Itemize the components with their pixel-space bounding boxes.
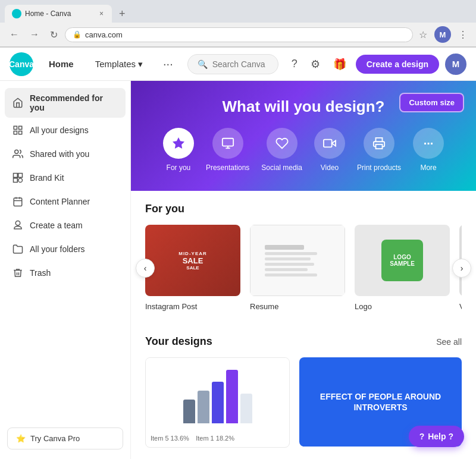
- resume-label: Resume: [250, 302, 278, 311]
- carousel-item-instagram[interactable]: MID-YEAR SALE SALE Instagram Post: [145, 225, 240, 312]
- for-you-title: For you: [145, 203, 462, 215]
- calendar-icon: [12, 196, 24, 208]
- sidebar-item-brand-kit[interactable]: Brand Kit: [5, 166, 126, 189]
- browser-user-avatar[interactable]: M: [434, 26, 451, 43]
- instagram-label: Instagram Post: [145, 302, 197, 311]
- svg-point-4: [15, 150, 18, 153]
- svg-rect-9: [14, 198, 22, 206]
- templates-nav-button[interactable]: Templates ▾: [89, 55, 149, 73]
- chart-bar-1: [183, 400, 195, 423]
- introverts-title: EFFECT OF PEOPLE AROUND INTROVERTS: [309, 391, 452, 413]
- carousel-items: MID-YEAR SALE SALE Instagram Post: [145, 225, 462, 312]
- sidebar-bottom: ⭐ Try Canva Pro: [5, 420, 126, 457]
- carousel-prev-button[interactable]: ‹: [136, 259, 155, 278]
- svg-rect-13: [222, 139, 233, 146]
- sidebar-item-all-folders[interactable]: All your folders: [5, 238, 126, 260]
- sidebar-label-recommended: Recommended for you: [30, 93, 118, 112]
- help-icon: ?: [419, 432, 425, 441]
- sidebar-item-trash[interactable]: Trash: [5, 262, 126, 284]
- sidebar-label-trash: Trash: [30, 268, 51, 278]
- carousel-next-button[interactable]: ›: [452, 259, 471, 278]
- your-designs-header: Your designs See all: [145, 335, 462, 348]
- svg-rect-0: [14, 126, 17, 129]
- design-icon-social-media[interactable]: Social media: [261, 128, 302, 172]
- logo-thumb: LOGOSAMPLE: [355, 225, 450, 296]
- url-text: canva.com: [85, 30, 123, 39]
- for-you-icon: [163, 128, 194, 159]
- forward-button[interactable]: →: [26, 27, 43, 42]
- sidebar-item-all-designs[interactable]: All your designs: [5, 119, 126, 142]
- design-icons-row: For you Presentations Social media: [150, 128, 457, 172]
- more-nav-button[interactable]: ···: [158, 54, 178, 74]
- browser-menu-button[interactable]: ⋮: [456, 27, 470, 43]
- search-bar[interactable]: 🔍: [187, 54, 278, 74]
- social-media-label: Social media: [261, 164, 302, 172]
- team-icon: [12, 219, 24, 231]
- design-icon-presentations[interactable]: Presentations: [206, 128, 249, 172]
- people-icon: [12, 148, 24, 160]
- chevron-down-icon: ▾: [138, 59, 143, 70]
- hero-banner: What will you design? Custom size For yo…: [131, 81, 476, 191]
- design-icon-video[interactable]: Video: [314, 128, 345, 172]
- active-tab[interactable]: Home - Canva ×: [5, 5, 112, 23]
- custom-size-button[interactable]: Custom size: [399, 93, 464, 112]
- canva-logo[interactable]: Canva: [10, 52, 33, 76]
- video-label-item: Vid...: [459, 302, 462, 311]
- settings-icon-button[interactable]: ⚙: [307, 54, 324, 74]
- back-button[interactable]: ←: [6, 27, 23, 42]
- resume-thumb: [250, 225, 345, 296]
- sidebar-label-all-designs: All your designs: [30, 125, 89, 135]
- refresh-button[interactable]: ↻: [46, 27, 61, 43]
- lock-icon: 🔒: [73, 30, 82, 39]
- print-icon: [364, 128, 394, 159]
- carousel-item-resume[interactable]: Resume: [250, 225, 345, 312]
- svg-point-8: [18, 178, 23, 183]
- home-nav-button[interactable]: Home: [43, 55, 80, 73]
- design-icon-more[interactable]: ··· More: [413, 128, 444, 172]
- design-icon-print[interactable]: Print products: [357, 128, 401, 172]
- search-input[interactable]: [212, 59, 268, 69]
- address-bar[interactable]: 🔒 canva.com: [65, 27, 413, 42]
- svg-rect-6: [18, 174, 23, 178]
- design-icon-for-you[interactable]: For you: [163, 128, 194, 172]
- create-design-button[interactable]: Create a design: [356, 55, 439, 74]
- chart-design-labels: Item 5 13.6% Item 1 18.2%: [146, 429, 289, 447]
- toolbar-icons: ☆ M ⋮: [416, 26, 470, 43]
- sidebar-item-create-team[interactable]: Create a team: [5, 214, 126, 237]
- trash-icon: [12, 267, 24, 279]
- chart-bar-3: [212, 382, 224, 423]
- sidebar-item-shared[interactable]: Shared with you: [5, 143, 126, 165]
- for-you-carousel: ‹ MID-YEAR SALE SALE: [145, 225, 462, 312]
- svg-rect-7: [14, 178, 18, 183]
- browser-toolbar: ← → ↻ 🔒 canva.com ☆ M ⋮: [0, 23, 476, 47]
- your-designs-title: Your designs: [145, 335, 212, 348]
- svg-rect-5: [14, 174, 18, 178]
- try-pro-button[interactable]: ⭐ Try Canva Pro: [7, 427, 123, 449]
- help-button[interactable]: ? Help ?: [409, 426, 464, 447]
- bookmark-button[interactable]: ☆: [416, 27, 430, 43]
- sidebar-item-recommended[interactable]: Recommended for you: [5, 88, 126, 118]
- tab-favicon: [12, 9, 21, 18]
- help-icon-button[interactable]: ?: [288, 54, 301, 74]
- presentations-icon: [212, 128, 243, 159]
- svg-rect-1: [19, 126, 22, 129]
- chart-design-card[interactable]: Item 5 13.6% Item 1 18.2%: [145, 357, 290, 448]
- browser-chrome: Home - Canva × + ← → ↻ 🔒 canva.com ☆ M ⋮: [0, 0, 476, 48]
- svg-marker-16: [332, 140, 336, 146]
- new-tab-button[interactable]: +: [114, 5, 130, 23]
- sidebar-item-content-planner[interactable]: Content Planner: [5, 190, 126, 213]
- grid-icon: [12, 124, 24, 136]
- video-icon: [314, 128, 345, 159]
- logo-label: Logo: [355, 302, 372, 311]
- see-all-link[interactable]: See all: [436, 337, 462, 347]
- close-tab-button[interactable]: ×: [98, 8, 105, 19]
- user-avatar[interactable]: M: [445, 54, 466, 75]
- tab-title: Home - Canva: [25, 10, 95, 18]
- app-container: Canva Home Templates ▾ ··· 🔍 ? ⚙ 🎁 Creat…: [0, 48, 476, 459]
- svg-rect-2: [14, 131, 17, 134]
- search-icon: 🔍: [198, 59, 208, 69]
- gift-icon-button[interactable]: 🎁: [330, 54, 350, 74]
- sidebar-label-content-planner: Content Planner: [30, 197, 90, 206]
- folder-icon: [12, 243, 24, 255]
- carousel-item-logo[interactable]: LOGOSAMPLE Logo: [355, 225, 450, 312]
